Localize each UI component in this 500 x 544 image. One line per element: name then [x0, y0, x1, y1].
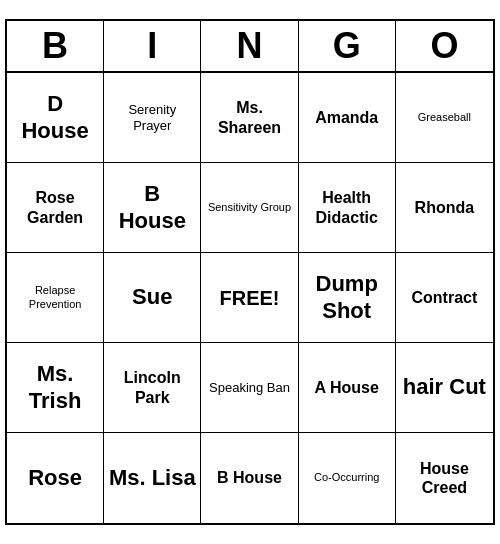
- bingo-cell-15: Ms. Trish: [7, 343, 104, 433]
- bingo-cell-16: Lincoln Park: [104, 343, 201, 433]
- bingo-cell-21: Ms. Lisa: [104, 433, 201, 523]
- bingo-cell-17: Speaking Ban: [201, 343, 298, 433]
- bingo-cell-19: hair Cut: [396, 343, 493, 433]
- bingo-cell-9: Rhonda: [396, 163, 493, 253]
- bingo-cell-24: House Creed: [396, 433, 493, 523]
- bingo-cell-23: Co-Occurring: [299, 433, 396, 523]
- bingo-header: BINGO: [7, 21, 493, 73]
- bingo-cell-11: Sue: [104, 253, 201, 343]
- bingo-cell-7: Sensitivity Group: [201, 163, 298, 253]
- bingo-cell-0: D House: [7, 73, 104, 163]
- bingo-card: BINGO D HouseSerenity PrayerMs. ShareenA…: [5, 19, 495, 525]
- bingo-cell-20: Rose: [7, 433, 104, 523]
- bingo-cell-5: Rose Garden: [7, 163, 104, 253]
- bingo-cell-10: Relapse Prevention: [7, 253, 104, 343]
- bingo-cell-22: B House: [201, 433, 298, 523]
- bingo-cell-4: Greaseball: [396, 73, 493, 163]
- bingo-cell-13: Dump Shot: [299, 253, 396, 343]
- bingo-cell-1: Serenity Prayer: [104, 73, 201, 163]
- bingo-cell-18: A House: [299, 343, 396, 433]
- bingo-cell-3: Amanda: [299, 73, 396, 163]
- header-letter-i: I: [104, 21, 201, 71]
- bingo-grid: D HouseSerenity PrayerMs. ShareenAmandaG…: [7, 73, 493, 523]
- header-letter-b: B: [7, 21, 104, 71]
- header-letter-g: G: [299, 21, 396, 71]
- bingo-cell-8: Health Didactic: [299, 163, 396, 253]
- bingo-cell-14: Contract: [396, 253, 493, 343]
- header-letter-n: N: [201, 21, 298, 71]
- bingo-cell-6: B House: [104, 163, 201, 253]
- bingo-cell-2: Ms. Shareen: [201, 73, 298, 163]
- header-letter-o: O: [396, 21, 493, 71]
- bingo-cell-12: FREE!: [201, 253, 298, 343]
